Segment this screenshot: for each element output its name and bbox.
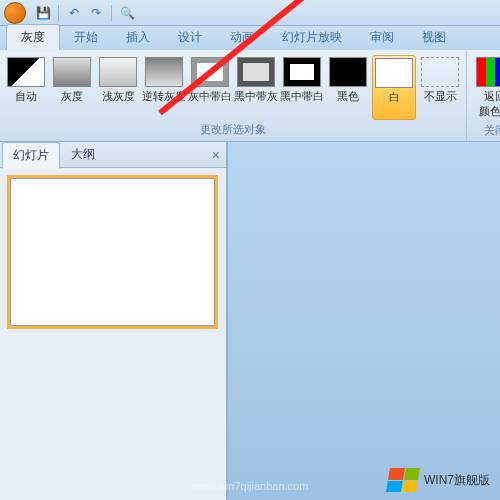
workspace: 幻灯片 大纲 × (0, 142, 500, 500)
sw-blackgray-icon (237, 57, 275, 87)
option-label: 黑中带白 (280, 89, 324, 104)
return-colorview-button[interactable]: 返回 颜色视 (473, 55, 500, 121)
sw-invgray-icon (145, 57, 183, 87)
panel-tab-slides[interactable]: 幻灯片 (2, 142, 60, 169)
ribbon-group-change: 自动灰度浅灰度逆转灰度灰中带白黑中带灰黑中带白黑色白不显示 更改所选对象 (0, 51, 467, 141)
tab-design[interactable]: 设计 (164, 25, 216, 50)
option-label: 浅灰度 (102, 89, 135, 104)
panel-tabs: 幻灯片 大纲 × (0, 142, 226, 168)
grayscale-option-6[interactable]: 黑中带白 (280, 55, 324, 120)
group-label-close: 关闭 (484, 121, 500, 140)
quick-access-toolbar: 💾 ↶ ↷ 🔍 (0, 0, 500, 26)
return-sub: 颜色视 (479, 104, 501, 119)
tab-insert[interactable]: 插入 (112, 25, 164, 50)
redo-icon[interactable]: ↷ (87, 4, 105, 22)
slide-thumbnail[interactable] (10, 178, 215, 326)
watermark: WIN7旗舰版 (388, 468, 490, 492)
watermark-url: www.win7qijianban.com (192, 480, 309, 492)
separator (111, 5, 112, 21)
option-label: 灰中带白 (188, 89, 232, 104)
sw-gray-icon (53, 57, 91, 87)
option-label: 黑中带灰 (234, 89, 278, 104)
slides-panel: 幻灯片 大纲 × (0, 142, 228, 500)
grayscale-option-1[interactable]: 灰度 (50, 55, 94, 120)
undo-icon[interactable]: ↶ (65, 4, 83, 22)
grayscale-option-8[interactable]: 白 (372, 55, 416, 120)
sw-lightgray-icon (99, 57, 137, 87)
preview-icon[interactable]: 🔍 (118, 4, 136, 22)
close-icon[interactable]: × (212, 147, 220, 163)
thumbnail-area (0, 168, 226, 500)
sw-white-icon (375, 58, 413, 88)
grayscale-option-2[interactable]: 浅灰度 (96, 55, 140, 120)
grayscale-option-0[interactable]: 自动 (4, 55, 48, 120)
save-icon[interactable]: 💾 (34, 4, 52, 22)
ribbon: 自动灰度浅灰度逆转灰度灰中带白黑中带灰黑中带白黑色白不显示 更改所选对象 返回 … (0, 50, 500, 142)
option-label: 灰度 (61, 89, 83, 104)
separator (58, 5, 59, 21)
return-label: 返回 (484, 89, 500, 104)
grayscale-option-9[interactable]: 不显示 (418, 55, 462, 120)
panel-tab-outline[interactable]: 大纲 (60, 141, 106, 168)
option-label: 自动 (15, 89, 37, 104)
office-button[interactable] (4, 2, 26, 24)
slide-editor[interactable] (228, 142, 500, 500)
sw-auto-icon (7, 57, 45, 87)
group-label: 更改所选对象 (0, 120, 466, 139)
watermark-text: WIN7旗舰版 (424, 472, 490, 489)
grayscale-option-7[interactable]: 黑色 (326, 55, 370, 120)
option-label: 黑色 (337, 89, 359, 104)
sw-blackwhite-icon (283, 57, 321, 87)
grayscale-option-5[interactable]: 黑中带灰 (234, 55, 278, 120)
windows-logo-icon (386, 468, 420, 492)
tab-review[interactable]: 审阅 (356, 25, 408, 50)
ribbon-group-close: 返回 颜色视 关闭 (467, 51, 500, 141)
tab-slideshow[interactable]: 幻灯片放映 (268, 25, 356, 50)
sw-noshow-icon (421, 57, 459, 87)
option-label: 白 (389, 90, 400, 105)
tab-home[interactable]: 开始 (60, 25, 112, 50)
option-label: 不显示 (424, 89, 457, 104)
color-icon (476, 57, 500, 87)
tab-grayscale[interactable]: 灰度 (6, 24, 60, 50)
sw-black-icon (329, 57, 367, 87)
tab-view[interactable]: 视图 (408, 25, 460, 50)
